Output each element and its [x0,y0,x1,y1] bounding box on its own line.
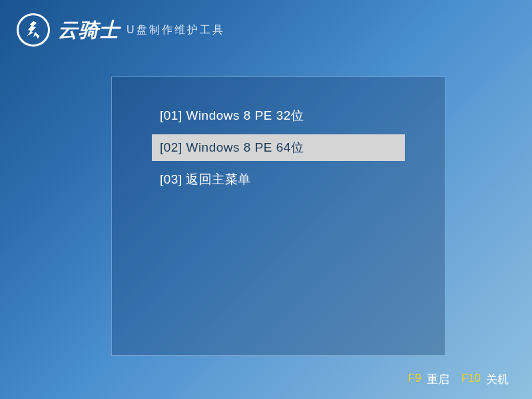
brand-title: 云骑士 [58,17,120,44]
menu-item-return-main[interactable]: [03] 返回主菜单 [152,166,405,193]
hotkey-shutdown-key: F10 [461,372,481,387]
brand-subtitle: U盘制作维护工具 [127,23,225,37]
boot-menu-panel: [01] Windows 8 PE 32位 [02] Windows 8 PE … [111,76,445,356]
menu-item-win8pe-32[interactable]: [01] Windows 8 PE 32位 [152,102,405,129]
header: 云骑士 U盘制作维护工具 [0,0,532,60]
hotkey-shutdown-label: 关机 [486,372,509,387]
logo-icon [17,13,50,47]
footer-hotkeys: F9 重启 F10 关机 [408,372,515,387]
hotkey-restart-label: 重启 [427,372,449,387]
hotkey-restart-key: F9 [408,372,421,387]
menu-item-win8pe-64[interactable]: [02] Windows 8 PE 64位 [152,134,405,161]
